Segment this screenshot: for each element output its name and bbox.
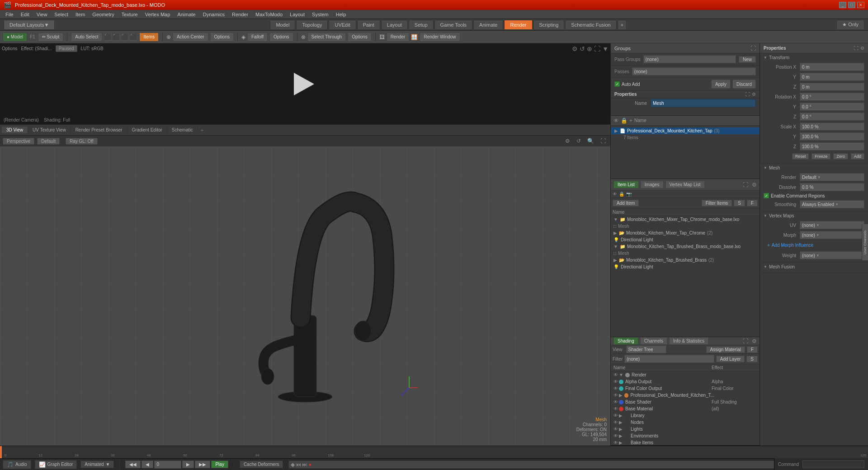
tab-add[interactable]: + — [618, 20, 627, 30]
s-btn[interactable]: S — [734, 200, 745, 207]
add-layer-btn[interactable]: Add Layer — [716, 356, 745, 362]
passes-dropdown[interactable]: (none) — [632, 67, 756, 75]
options-btn3[interactable]: Options — [348, 33, 371, 42]
shader-row-final-color[interactable]: 👁 Final Color Output Final Color — [611, 385, 760, 392]
tab-item-list[interactable]: Item List — [613, 181, 639, 188]
menu-item[interactable]: Item — [72, 11, 89, 18]
shader-tree-dropdown[interactable]: Shader Tree — [626, 345, 667, 353]
action-center-btn[interactable]: Action Center — [173, 33, 208, 42]
freeze-btn[interactable]: Freeze — [811, 153, 830, 160]
maximize-button[interactable]: □ — [848, 2, 855, 8]
weight-dropdown[interactable]: (none) ▼ — [800, 251, 864, 259]
refresh-corner-icon[interactable]: ↺ — [580, 45, 585, 52]
tab-info-stats[interactable]: Info & Statistics — [669, 337, 708, 345]
play-button[interactable] — [294, 73, 316, 95]
menu-vertex-map[interactable]: Vertex Map — [142, 11, 174, 18]
options-btn2[interactable]: Options — [269, 33, 293, 42]
shader-row-lights[interactable]: 👁 ▶ Lights — [611, 426, 760, 432]
select-through-icon[interactable]: ⊗ — [301, 34, 306, 40]
tab-uvedit[interactable]: UVEdit — [329, 20, 356, 30]
list-item[interactable]: 💡 Directional Light — [611, 236, 760, 243]
user-channels-tab[interactable]: User Channels — [863, 230, 867, 254]
render-dropdown[interactable]: Default ▼ — [800, 173, 864, 181]
view-tab-3d[interactable]: 3D View — [2, 127, 28, 133]
view-tab-uv[interactable]: UV Texture View — [28, 127, 71, 133]
next-key-icon[interactable]: ⏭ — [302, 461, 307, 468]
vp-orbit-icon[interactable]: ↺ — [576, 138, 581, 144]
shader-row-alpha[interactable]: 👁 Alpha Output Alpha — [611, 378, 760, 385]
item-list-settings-icon[interactable]: ⚙ — [752, 182, 757, 188]
il-lock-icon[interactable]: 🔒 — [619, 192, 624, 197]
shader-filter-dropdown[interactable]: (none) — [624, 355, 714, 363]
list-item[interactable]: □ Mesh — [611, 223, 760, 230]
menu-help[interactable]: Help — [332, 11, 350, 18]
falloff-btn[interactable]: Falloff — [247, 33, 268, 42]
vp-zoom-icon[interactable]: 🔍 — [587, 138, 594, 144]
tab-model[interactable]: Model — [270, 20, 295, 30]
props-settings-icon[interactable]: ⚙ — [752, 92, 756, 97]
rot-y-value[interactable]: 0.0 ° — [800, 103, 864, 111]
pos-z-value[interactable]: 0 m — [800, 83, 864, 91]
options-btn1[interactable]: Options — [210, 33, 234, 42]
default-shading-btn[interactable]: Default — [37, 138, 60, 145]
tab-shading[interactable]: Shading — [613, 337, 638, 345]
viewport-3d[interactable]: Perspective Default Ray GL: Off ⚙ ↺ 🔍 ⛶ — [0, 136, 610, 446]
tab-images[interactable]: Images — [641, 181, 664, 188]
shader-row-nodes[interactable]: 👁 ▶ Nodes — [611, 419, 760, 426]
animated-btn[interactable]: Animated ▼ — [80, 461, 114, 468]
menu-texture[interactable]: Texture — [118, 11, 142, 18]
view-tab-schematic[interactable]: Schematic — [167, 127, 198, 133]
edge-mode-icon[interactable]: ⬛ — [113, 33, 120, 41]
falloff-icon[interactable]: ◈ — [241, 34, 245, 40]
vp-expand-icon[interactable]: ⛶ — [600, 138, 606, 144]
frame-input[interactable] — [154, 461, 181, 469]
shader-s-btn[interactable]: S — [746, 356, 758, 362]
add-item-btn[interactable]: Add Item — [613, 200, 639, 207]
shader-expand-icon[interactable]: ⛶ — [743, 338, 748, 344]
eye-icon[interactable]: 👁 — [613, 118, 619, 124]
tab-channels[interactable]: Channels — [640, 337, 667, 345]
name-value[interactable]: Mesh — [651, 99, 756, 107]
tab-layout[interactable]: Layout — [381, 20, 408, 30]
item-list-expand-icon[interactable]: ⛶ — [743, 182, 748, 188]
perspective-btn[interactable]: Perspective — [3, 138, 34, 145]
cache-deformers-btn[interactable]: Cache Deformers — [240, 461, 283, 468]
audio-btn[interactable]: 🎵 Audio — [3, 460, 31, 469]
scene-root-item[interactable]: ▶ 📄 Professional_Deck_Mounted_Kitchen_Ta… — [611, 127, 760, 134]
play-btn[interactable]: Play — [211, 461, 228, 468]
tab-topology[interactable]: Topology — [296, 20, 328, 30]
command-input[interactable] — [802, 460, 864, 468]
menu-animate[interactable]: Animate — [174, 11, 199, 18]
pos-y-value[interactable]: 0 m — [800, 73, 864, 81]
tab-render[interactable]: Render — [504, 20, 532, 30]
select-through-btn[interactable]: Select Through — [307, 33, 346, 42]
next-btn[interactable]: ▶▶ — [195, 461, 210, 468]
f-btn[interactable]: F — [747, 200, 758, 207]
tab-schematic[interactable]: Schematic Fusion — [565, 20, 616, 30]
tab-paint[interactable]: Paint — [357, 20, 380, 30]
props-expand-icon[interactable]: ⛶ — [745, 92, 750, 97]
shader-settings-icon[interactable]: ⚙ — [752, 338, 757, 344]
auto-add-checkbox[interactable]: ✓ — [614, 81, 620, 87]
enable-cmd-checkbox[interactable] — [764, 193, 769, 198]
render-window-icon[interactable]: 🪟 — [411, 34, 418, 40]
zero-btn[interactable]: Zero — [833, 153, 848, 160]
shader-row-base-material[interactable]: 👁 Base Material (all) — [611, 405, 760, 412]
step-back-btn[interactable]: ◀ — [142, 461, 153, 468]
discard-btn[interactable]: Discard — [732, 80, 756, 89]
shader-row-render[interactable]: 👁 ▼ Render — [611, 371, 760, 378]
menu-system[interactable]: System — [308, 11, 332, 18]
scale-x-value[interactable]: 100.0 % — [800, 122, 864, 131]
assign-material-btn[interactable]: Assign Material — [706, 346, 745, 353]
tab-vertex-map-list[interactable]: Vertex Map List — [665, 181, 705, 188]
list-item[interactable]: ▼ 📁 Monobloc_Kitchen_Mixer_Tap_Chrome_mo… — [611, 216, 760, 223]
items-btn[interactable]: Items — [139, 33, 158, 42]
record-icon[interactable]: ● — [308, 461, 311, 468]
scale-z-value[interactable]: 100.0 % — [800, 142, 864, 150]
list-item[interactable]: ▼ 📁 Monobloc_Kitchen_Tap_Brushed_Brass_m… — [611, 243, 760, 250]
face-mode-icon[interactable]: ⬛ — [121, 33, 129, 41]
menu-view[interactable]: View — [33, 11, 51, 18]
pass-groups-dropdown[interactable]: (none) — [643, 55, 736, 63]
menu-geometry[interactable]: Geometry — [89, 11, 118, 18]
uv-dropdown[interactable]: (none) ▼ — [800, 221, 864, 229]
